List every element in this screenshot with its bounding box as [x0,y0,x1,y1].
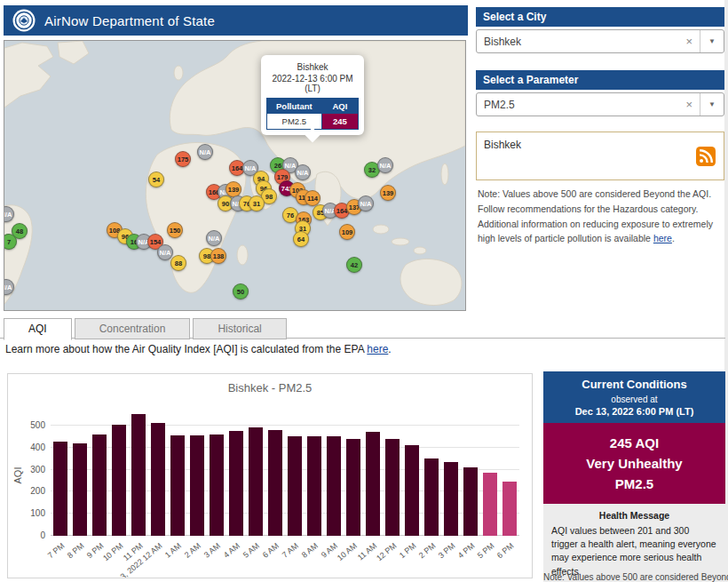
learn-more-text: Learn more about how the Air Quality Ind… [5,343,367,355]
aqi-marker-175[interactable]: 175 [175,151,191,167]
bar-2 AM[interactable] [190,435,204,536]
aqi-marker-N/A[interactable]: N/A [157,244,173,260]
y-tick-label: 100 [13,508,45,518]
parameter-select-value: PM2.5 [484,99,678,111]
city-clear-icon[interactable]: × [678,35,700,48]
aqi-marker-N/A[interactable]: N/A [4,279,14,295]
city-select-value: Bishkek [484,36,678,48]
tab-bar: AQIConcentrationHistorical [4,318,289,340]
tab-historical[interactable]: Historical [193,318,286,339]
tab-aqi[interactable]: AQI [4,318,72,340]
aqi-marker-139[interactable]: 139 [380,185,396,201]
x-tick-label: 12 PM [375,541,398,562]
aqi-marker-42[interactable]: 42 [346,257,362,273]
aqi-marker-7[interactable]: 7 [4,234,17,250]
x-tick-label: 2 AM [183,541,202,560]
bar-8 PM[interactable] [73,443,87,536]
popup-col-aqi: AQI [321,99,358,114]
x-tick-label: 8 PM [66,541,86,560]
health-message-title: Health Message [551,510,717,521]
aqi-marker-N/A[interactable]: N/A [206,230,222,246]
city-select-header: Select a City [476,7,724,27]
bar-9 PM[interactable] [92,435,107,536]
x-tick-label: 1 AM [163,541,183,560]
city-caret-down-icon[interactable]: ▼ [700,30,724,52]
map-popup: Bishkek 2022-12-13 6:00 PM (LT) Pollutan… [261,55,364,135]
x-tick-label: 10 AM [336,541,359,562]
bar-12 PM[interactable] [385,439,400,536]
parameter-select[interactable]: PM2.5 × ▼ [476,92,724,116]
aqi-marker-50[interactable]: 50 [233,283,249,299]
y-tick-label: 200 [13,486,45,496]
aqi-marker-64[interactable]: 64 [293,231,309,247]
aqi-marker-N/A[interactable]: N/A [295,164,311,180]
world-map[interactable]: N/A17554164N/A9426N/A179N/A32N/A166N/A13… [4,40,466,311]
bar-7 PM[interactable] [53,442,67,536]
sidebar-note: Note: Values above 500 are considered Be… [478,187,724,246]
bar-5 AM[interactable] [249,427,263,536]
popup-pollutant-value: PM2.5 [267,114,321,129]
aqi-marker-138[interactable]: 138 [210,248,226,264]
aqi-marker-N/A[interactable]: N/A [358,195,374,211]
x-tick-label: 6 PM [495,541,516,560]
popup-city: Bishkek [266,62,359,72]
bar-1 PM[interactable] [405,445,419,536]
parameter-caret-down-icon[interactable]: ▼ [700,93,724,116]
x-tick-label: 5 AM [241,541,261,560]
current-aqi-category: Very Unhealthy [547,453,722,474]
bar-4 AM[interactable] [229,431,243,536]
aqi-marker-N/A[interactable]: N/A [377,157,393,173]
bar-10 PM[interactable] [112,425,126,536]
health-message-block: Health Message AQI values between 201 an… [543,504,725,582]
aqi-marker-150[interactable]: 150 [167,222,183,238]
parameter-clear-icon[interactable]: × [678,98,700,111]
y-tick-label: 300 [13,465,45,474]
bottom-cutoff-note: Note: Values above 500 are considered Be… [543,572,728,582]
bar-5 PM[interactable] [483,473,497,536]
aqi-marker-54[interactable]: 54 [148,171,164,187]
bar-9 AM[interactable] [327,436,341,536]
current-pollutant: PM2.5 [547,474,722,494]
bar-3, 2022 12 AM[interactable] [151,423,165,536]
bar-11 PM[interactable] [131,414,146,536]
sidebar-note-suffix: . [672,233,675,243]
bar-6 AM[interactable] [268,430,282,536]
observed-at-label: observed at [547,395,722,404]
city-feed-box: Bishkek [476,132,724,180]
aqi-marker-N/A[interactable]: N/A [197,144,213,160]
bar-11 AM[interactable] [366,432,380,536]
aqi-marker-31[interactable]: 31 [249,195,265,211]
x-tick-label: 10 PM [101,541,124,562]
aqi-marker-109[interactable]: 109 [339,224,355,240]
sidebar-note-here-link[interactable]: here [653,233,672,243]
dos-seal-logo [12,9,36,32]
x-tick-label: 4 AM [222,541,241,560]
city-select-header-label: Select a City [483,11,546,23]
bar-1 AM[interactable] [170,435,185,536]
bar-6 PM[interactable] [502,482,517,536]
bar-2 PM[interactable] [424,458,439,536]
seal-graphic [12,9,36,32]
learn-more-here-link[interactable]: here [367,343,388,355]
bar-7 AM[interactable] [288,436,302,536]
rss-icon[interactable] [696,147,716,166]
current-conditions-title: Current Conditions [547,378,722,391]
chart-plot-area: 01002003004005007 PM8 PM9 PM10 PM11 PM3,… [51,408,519,536]
x-tick-label: 3 PM [437,541,457,560]
bar-10 AM[interactable] [346,439,360,536]
chart-title: Bishkek - PM2.5 [8,381,532,395]
bar-4 PM[interactable] [463,467,478,536]
popup-table-row: PM2.5 245 [267,114,358,129]
x-tick-label: 2 PM [417,541,438,560]
popup-col-pollutant: Pollutant [267,99,321,114]
city-select[interactable]: Bishkek × ▼ [476,29,724,53]
aqi-marker-N/A[interactable]: N/A [4,206,14,222]
x-tick-label: 6 AM [261,541,281,560]
tab-concentration[interactable]: Concentration [75,318,191,339]
popup-table: Pollutant AQI PM2.5 245 [266,98,359,130]
bar-3 PM[interactable] [444,462,458,536]
x-tick-label: 8 AM [300,541,320,560]
bar-3 AM[interactable] [210,435,224,536]
bar-8 AM[interactable] [307,436,321,536]
aqi-marker-88[interactable]: 88 [170,255,186,271]
